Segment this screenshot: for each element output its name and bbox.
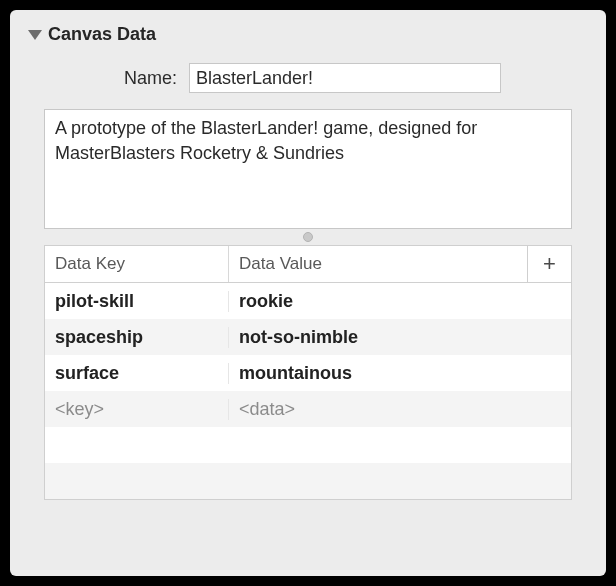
plus-icon: + <box>543 251 556 277</box>
column-header-key[interactable]: Data Key <box>45 246 229 282</box>
cell-value[interactable]: mountainous <box>229 363 571 384</box>
name-input[interactable] <box>189 63 501 93</box>
table-row-placeholder[interactable]: <key> <data> <box>45 391 571 427</box>
canvas-data-panel: Canvas Data Name: A prototype of the Bla… <box>10 10 606 576</box>
table-row[interactable]: surface mountainous <box>45 355 571 391</box>
add-row-button[interactable]: + <box>527 246 571 282</box>
table-body: pilot-skill rookie spaceship not-so-nimb… <box>45 283 571 499</box>
disclosure-triangle-icon[interactable] <box>28 30 42 40</box>
cell-value[interactable]: not-so-nimble <box>229 327 571 348</box>
table-row-empty <box>45 427 571 463</box>
cell-key-placeholder[interactable]: <key> <box>45 399 229 420</box>
cell-key[interactable]: spaceship <box>45 327 229 348</box>
cell-value[interactable]: rookie <box>229 291 571 312</box>
table-header: Data Key Data Value + <box>45 246 571 283</box>
name-label: Name: <box>124 68 177 89</box>
description-textarea[interactable]: A prototype of the BlasterLander! game, … <box>44 109 572 229</box>
cell-value-placeholder[interactable]: <data> <box>229 399 571 420</box>
cell-key[interactable]: pilot-skill <box>45 291 229 312</box>
data-table: Data Key Data Value + pilot-skill rookie… <box>44 245 572 500</box>
resize-handle-row <box>28 229 588 245</box>
table-row[interactable]: spaceship not-so-nimble <box>45 319 571 355</box>
column-header-value[interactable]: Data Value <box>229 246 527 282</box>
section-title: Canvas Data <box>48 24 156 45</box>
name-row: Name: <box>28 63 588 93</box>
table-row-empty <box>45 463 571 499</box>
resize-handle-icon[interactable] <box>303 232 313 242</box>
table-row[interactable]: pilot-skill rookie <box>45 283 571 319</box>
cell-key[interactable]: surface <box>45 363 229 384</box>
section-header[interactable]: Canvas Data <box>28 24 588 45</box>
